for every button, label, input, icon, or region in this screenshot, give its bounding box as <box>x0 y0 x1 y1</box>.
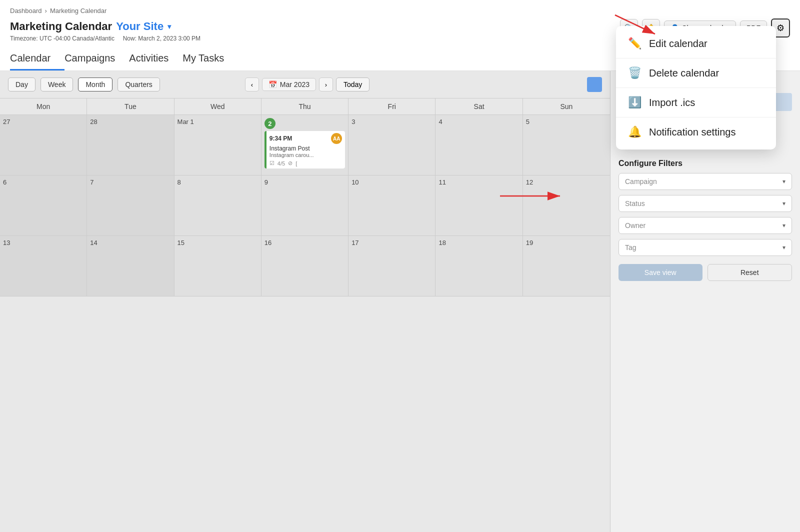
calendar-week-3: 13 14 15 16 17 18 <box>0 236 610 296</box>
calendar-week-1: 27 28 Mar 1 2 9:34 PM AA <box>0 115 610 176</box>
month-picker[interactable]: 📅 Mar 2023 <box>262 78 316 91</box>
status-filter[interactable]: Status ▾ <box>618 195 792 212</box>
delete-calendar-label: Delete calendar <box>649 68 719 79</box>
notification-icon: 🔔 <box>628 126 641 138</box>
breadcrumb-dashboard[interactable]: Dashboard <box>10 7 42 14</box>
avatar: AA <box>331 133 342 144</box>
status-filter-wrapper: Status ▾ <box>618 195 792 212</box>
calendar-icon: 📅 <box>268 80 277 88</box>
save-reset-row: Save view Reset <box>618 264 792 281</box>
calendar-day-18[interactable]: 18 <box>436 236 522 296</box>
dropdown-divider-3 <box>616 117 776 118</box>
current-month-label: Mar 2023 <box>280 80 310 88</box>
reset-button[interactable]: Reset <box>708 264 792 281</box>
next-month-button[interactable]: › <box>319 78 333 92</box>
calendar-day-2[interactable]: 2 9:34 PM AA Instagram Post Instagram ca… <box>262 115 348 175</box>
calendar-day-5[interactable]: 5 <box>523 115 610 175</box>
calendar-day-15[interactable]: 15 <box>174 236 262 296</box>
timezone-label: Timezone: UTC -04:00 Canada/Atlantic <box>10 35 114 42</box>
calendar-day-17[interactable]: 17 <box>348 236 436 296</box>
edit-calendar-label: Edit calendar <box>649 38 708 50</box>
settings-dropdown-menu: ✏️ Edit calendar 🗑️ Delete calendar ⬇️ I… <box>616 26 776 150</box>
view-day-button[interactable]: Day <box>8 78 36 92</box>
campaign-filter-label: Campaign <box>625 178 657 186</box>
calendar-day-16[interactable]: 16 <box>262 236 348 296</box>
tab-calendar[interactable]: Calendar <box>10 48 64 70</box>
owner-chevron-icon: ▾ <box>782 222 786 229</box>
view-month-button[interactable]: Month <box>78 78 112 92</box>
calendar-day-27[interactable]: 27 <box>0 115 87 175</box>
site-dropdown-arrow[interactable]: ▾ <box>168 22 171 30</box>
calendar-day-10[interactable]: 10 <box>348 176 436 236</box>
status-filter-label: Status <box>625 200 645 208</box>
day-header-thu: Thu <box>262 98 348 115</box>
tag-filter[interactable]: Tag ▾ <box>618 239 792 256</box>
calendar-day-mar1[interactable]: Mar 1 <box>174 115 262 175</box>
calendar-day-4[interactable]: 4 <box>436 115 522 175</box>
event-title: Instagram Post <box>270 145 342 152</box>
calendar-day-13[interactable]: 13 <box>0 236 87 296</box>
view-week-button[interactable]: Week <box>40 78 74 92</box>
day-headers: Mon Tue Wed Thu Fri Sat Sun <box>0 98 610 115</box>
import-icon: ⬇️ <box>628 96 641 109</box>
day-header-sat: Sat <box>436 98 522 115</box>
event-instagram-post[interactable]: 9:34 PM AA Instagram Post Instagram caro… <box>264 131 345 168</box>
calendar-day-6[interactable]: 6 <box>0 176 87 236</box>
event-bracket-icon: [ <box>296 160 297 166</box>
breadcrumb-separator: › <box>45 7 47 14</box>
breadcrumb-current: Marketing Calendar <box>50 7 106 14</box>
status-chevron-icon: ▾ <box>782 200 786 207</box>
save-view-button[interactable]: Save view <box>618 264 702 281</box>
calendar-day-11[interactable]: 11 <box>436 176 522 236</box>
day-header-tue: Tue <box>87 98 174 115</box>
campaign-chevron-icon: ▾ <box>782 178 786 185</box>
dropdown-divider-1 <box>616 58 776 58</box>
campaign-filter[interactable]: Campaign ▾ <box>618 173 792 190</box>
now-label: Now: March 2, 2023 3:00 PM <box>123 35 200 42</box>
calendar-day-28[interactable]: 28 <box>87 115 174 175</box>
page-title: Marketing Calendar <box>10 20 112 33</box>
site-name[interactable]: Your Site <box>116 20 164 33</box>
delete-calendar-item[interactable]: 🗑️ Delete calendar <box>616 60 776 86</box>
calendar-day-7[interactable]: 7 <box>87 176 174 236</box>
prev-month-button[interactable]: ‹ <box>245 78 259 92</box>
tab-my-tasks[interactable]: My Tasks <box>182 48 238 70</box>
calendar-day-14[interactable]: 14 <box>87 236 174 296</box>
delete-icon: 🗑️ <box>628 66 641 80</box>
event-subtitle: Instagram carou... <box>270 152 342 158</box>
owner-filter[interactable]: Owner ▾ <box>618 217 792 234</box>
notification-settings-item[interactable]: 🔔 Notification settings <box>616 118 776 146</box>
calendar-day-9[interactable]: 9 <box>262 176 348 236</box>
notification-settings-label: Notification settings <box>649 126 736 138</box>
calendar-week-2: 6 7 8 9 10 11 <box>0 176 610 236</box>
event-time-label: 9:34 PM <box>270 135 292 142</box>
tab-activities[interactable]: Activities <box>129 48 182 70</box>
owner-filter-wrapper: Owner ▾ <box>618 217 792 234</box>
edit-calendar-item[interactable]: ✏️ Edit calendar <box>616 30 776 57</box>
breadcrumb: Dashboard › Marketing Calendar <box>10 4 790 14</box>
day-header-wed: Wed <box>174 98 262 115</box>
day-header-mon: Mon <box>0 98 87 115</box>
import-ics-label: Import .ics <box>649 97 695 108</box>
event-meta: ☑ 4/5 ⊘ [ <box>270 160 342 166</box>
calendar-day-8[interactable]: 8 <box>174 176 262 236</box>
campaign-filter-wrapper: Campaign ▾ <box>618 173 792 190</box>
calendar-day-12[interactable]: 12 <box>523 176 610 236</box>
edit-icon: ✏️ <box>628 37 641 50</box>
tab-campaigns[interactable]: Campaigns <box>64 48 129 70</box>
calendar-day-19[interactable]: 19 <box>523 236 610 296</box>
owner-filter-label: Owner <box>625 222 646 230</box>
day-header-sun: Sun <box>523 98 610 115</box>
calendar-day-3[interactable]: 3 <box>348 115 436 175</box>
import-ics-item[interactable]: ⬇️ Import .ics <box>616 89 776 116</box>
tag-chevron-icon: ▾ <box>782 244 786 251</box>
today-button[interactable]: Today <box>336 78 370 92</box>
configure-filters-title: Configure Filters <box>618 159 792 168</box>
gear-icon: ⚙ <box>776 22 784 34</box>
checklist-icon: ☑ <box>270 160 274 166</box>
dropdown-divider-2 <box>616 88 776 88</box>
tag-filter-wrapper: Tag ▾ <box>618 239 792 256</box>
tag-filter-label: Tag <box>625 244 636 252</box>
view-quarters-button[interactable]: Quarters <box>118 78 160 92</box>
day-header-fri: Fri <box>348 98 436 115</box>
